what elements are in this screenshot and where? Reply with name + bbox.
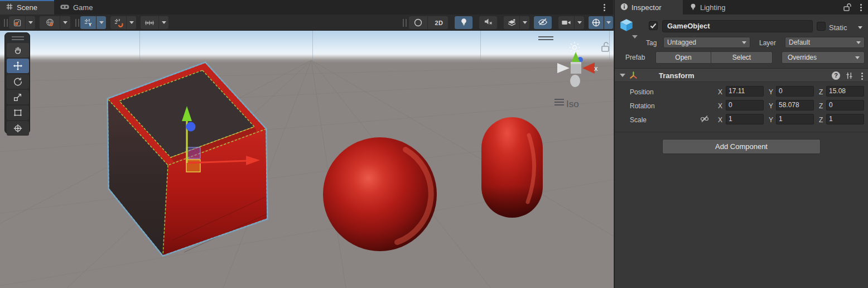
transform-foldout-arrow[interactable] xyxy=(620,74,625,77)
info-icon xyxy=(620,3,628,12)
globe-dropdown-arrow-icon[interactable] xyxy=(60,16,70,29)
toolbar-drag-handle[interactable] xyxy=(4,19,8,27)
move-gizmo-z-handle[interactable] xyxy=(186,122,196,132)
rotation-y-field[interactable]: 58.078 xyxy=(776,100,814,111)
static-checkbox-unchecked[interactable] xyxy=(817,22,826,31)
move-gizmo-xz-plane-handle[interactable] xyxy=(186,160,200,172)
layer-dropdown[interactable]: Default xyxy=(785,37,865,48)
icon-picker-arrow[interactable] xyxy=(632,35,638,39)
tool-handle-pivot-button[interactable] xyxy=(9,16,35,29)
transform-axes-icon xyxy=(629,71,638,83)
globe-icon xyxy=(40,16,60,29)
move-tool-button[interactable] xyxy=(7,59,29,73)
scale-tool-button[interactable] xyxy=(7,90,29,104)
lighting-bulb-icon xyxy=(689,3,697,12)
inspector-lock-icon[interactable] xyxy=(843,3,851,14)
axis-x-label: X xyxy=(718,102,722,110)
transform-component-header[interactable]: Transform ? xyxy=(615,68,868,82)
gizmo-sphere-icon xyxy=(589,16,604,29)
layer-value: Default xyxy=(789,39,810,46)
move-gizmo-xy-plane-handle[interactable] xyxy=(186,147,200,159)
scale-y-field[interactable]: 1 xyxy=(776,114,814,124)
tab-scene[interactable]: Scene xyxy=(0,0,54,15)
prefab-label: Prefab xyxy=(625,54,645,61)
presets-icon[interactable] xyxy=(845,71,853,82)
scene-menu-kebab-icon[interactable] xyxy=(600,2,608,12)
view-hand-tool-button[interactable] xyxy=(7,43,29,57)
scene-visibility-toggle-button[interactable] xyxy=(534,16,552,29)
position-x-field[interactable]: 17.11 xyxy=(726,86,764,97)
2d-label: 2D xyxy=(435,20,443,26)
camera-icon xyxy=(558,16,574,29)
2d-toggle-button[interactable]: 2D xyxy=(430,16,448,29)
eye-slash-icon xyxy=(538,18,548,28)
red-capsule-object[interactable] xyxy=(481,117,543,218)
inspector-menu-kebab-icon[interactable] xyxy=(857,2,865,12)
rotate-tool-icon xyxy=(13,76,23,87)
transform-tool-button[interactable] xyxy=(7,121,29,136)
transform-title: Transform xyxy=(659,71,695,80)
gizmos-toggle-button[interactable] xyxy=(589,16,613,29)
axis-y-label: Y xyxy=(769,88,773,96)
static-dropdown-arrow-icon[interactable] xyxy=(858,26,862,29)
projection-mode-label[interactable]: Iso xyxy=(566,99,579,109)
scene-camera-button[interactable] xyxy=(558,16,584,29)
help-icon[interactable]: ? xyxy=(832,71,840,80)
axis-z-label: Z xyxy=(819,116,823,124)
tab-game-label: Game xyxy=(73,3,93,12)
grid-y-icon: Y xyxy=(80,16,96,29)
gameobject-name-field[interactable]: GameObject xyxy=(662,20,813,32)
light-bulb-icon xyxy=(460,17,468,28)
audio-muted-icon xyxy=(484,17,493,28)
gizmo-front-cone[interactable] xyxy=(570,75,580,87)
handle-orientation-globe-button[interactable] xyxy=(40,16,70,29)
increment-dropdown-arrow-icon[interactable] xyxy=(159,16,168,29)
horizon-band xyxy=(0,54,614,63)
tab-inspector[interactable]: Inspector xyxy=(615,0,683,15)
toolbar-drag-handle[interactable] xyxy=(403,19,407,27)
axis-x-label: X xyxy=(718,88,722,96)
transform-menu-kebab-icon[interactable] xyxy=(858,71,866,81)
scene-audio-toggle-button[interactable] xyxy=(479,16,497,29)
increment-snap-button[interactable] xyxy=(141,16,168,29)
toolbar-drag-handle[interactable] xyxy=(75,19,79,27)
rotate-tool-button[interactable] xyxy=(7,74,29,89)
hand-icon xyxy=(13,45,23,55)
rect-tool-button[interactable] xyxy=(7,105,29,120)
overrides-label: Overrides xyxy=(788,54,817,61)
pivot-dropdown-arrow-icon[interactable] xyxy=(26,16,35,29)
position-y-field[interactable]: 0 xyxy=(776,86,814,97)
pivot-icon xyxy=(9,16,25,29)
tab-lighting[interactable]: Lighting xyxy=(684,0,740,15)
position-z-field[interactable]: 15.08 xyxy=(826,86,864,97)
prefab-select-button[interactable]: Select xyxy=(711,51,773,64)
camera-dropdown-arrow-icon[interactable] xyxy=(575,16,584,29)
scale-x-field[interactable]: 1 xyxy=(726,114,764,124)
rotation-x-field[interactable]: 0 xyxy=(726,100,764,111)
palette-drag-handle[interactable] xyxy=(12,36,24,40)
scene-effects-button[interactable] xyxy=(504,16,529,29)
scene-viewport[interactable]: x Iso xyxy=(0,31,614,288)
tag-dropdown[interactable]: Untagged xyxy=(663,37,750,48)
active-tab-stripe xyxy=(0,0,54,1)
grid-axis-letter: Y xyxy=(88,22,91,27)
snap-dropdown-arrow-icon[interactable] xyxy=(127,16,136,29)
gizmos-dropdown-arrow-icon[interactable] xyxy=(604,16,613,29)
prefab-open-button[interactable]: Open xyxy=(655,51,711,64)
rotation-z-field[interactable]: 0 xyxy=(826,100,864,111)
grid-snap-dropdown-arrow-icon[interactable] xyxy=(97,16,106,29)
scene-lighting-toggle-button[interactable] xyxy=(455,16,472,29)
active-checkbox-checked[interactable] xyxy=(649,21,658,30)
tab-game[interactable]: Game xyxy=(54,0,105,15)
red-sphere-object[interactable] xyxy=(323,137,437,251)
gizmo-x-axis-label: x xyxy=(594,64,598,73)
add-component-button[interactable]: Add Component xyxy=(662,139,821,154)
grid-snap-y-button[interactable]: Y xyxy=(80,16,106,29)
scale-z-field[interactable]: 1 xyxy=(826,114,864,124)
inspector-panel: Inspector Lighting GameObject Static xyxy=(614,0,868,288)
effects-dropdown-arrow-icon[interactable] xyxy=(520,16,529,29)
constrain-proportions-broken-link-icon[interactable] xyxy=(700,114,709,126)
scene-grid-icon xyxy=(6,3,13,12)
prefab-overrides-dropdown[interactable]: Overrides xyxy=(782,51,865,64)
snap-magnet-button[interactable] xyxy=(110,16,136,29)
